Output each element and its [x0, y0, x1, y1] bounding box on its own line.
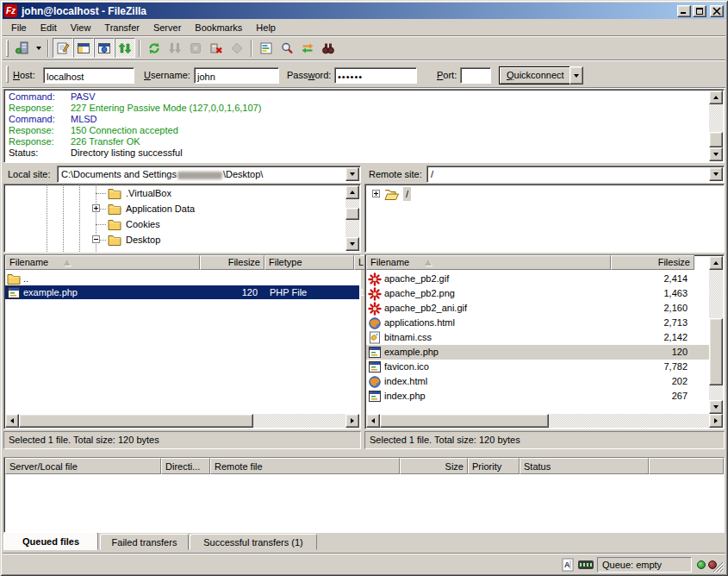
scroll-down-button[interactable] — [709, 400, 723, 414]
refresh-button[interactable] — [144, 38, 165, 58]
file-size: 202 — [611, 374, 688, 388]
host-input[interactable] — [43, 67, 134, 84]
scroll-up-button[interactable] — [709, 256, 723, 270]
file-row[interactable]: favicon.ico7,782 — [366, 360, 709, 374]
scroll-up-button[interactable] — [709, 91, 723, 104]
sort-ascending-icon — [64, 260, 71, 266]
column-header-filetype[interactable]: Filetype — [264, 255, 354, 270]
remote-site-combo[interactable]: / — [426, 166, 725, 183]
file-row[interactable]: apache_pb2.png1,463 — [366, 286, 709, 301]
tree-item[interactable]: Desktop — [4, 233, 332, 247]
filter-button[interactable] — [256, 38, 277, 58]
menu-bar: FileEditViewTransferServerBookmarksHelp — [3, 19, 725, 36]
quickconnect-dropdown-button[interactable] — [569, 66, 583, 85]
queue-column-directi[interactable]: Directi... — [161, 458, 210, 474]
menu-bookmarks[interactable]: Bookmarks — [188, 20, 249, 35]
tree-item[interactable]: Application Data — [4, 202, 332, 216]
scroll-right-button[interactable] — [345, 414, 359, 428]
file-row[interactable]: example.php120 — [366, 345, 709, 360]
queue-column-serverlocalfile[interactable]: Server/Local file — [5, 458, 161, 474]
scrollbar-thumb[interactable] — [709, 318, 723, 385]
queue-column-priority[interactable]: Priority — [468, 458, 520, 474]
close-button[interactable] — [710, 5, 724, 17]
remote-hscrollbar[interactable] — [366, 414, 723, 428]
toolbar-gripper[interactable] — [6, 40, 9, 57]
resize-grip[interactable] — [712, 561, 724, 573]
password-label: Password: — [287, 69, 331, 81]
menu-transfer[interactable]: Transfer — [97, 20, 146, 35]
quickbar-gripper[interactable] — [6, 66, 9, 83]
local-site-combo[interactable]: C:\Documents and Settings\Desktop\ — [57, 166, 361, 183]
scroll-right-button[interactable] — [709, 414, 723, 428]
combo-dropdown-button[interactable] — [709, 167, 723, 181]
collapse-icon[interactable] — [92, 235, 100, 243]
expand-icon[interactable] — [92, 204, 100, 212]
queue-column-size[interactable]: Size — [400, 458, 468, 474]
file-row[interactable]: bitnami.css2,142 — [366, 330, 709, 345]
file-size: 2,713 — [611, 316, 688, 329]
scrollbar-thumb[interactable] — [380, 414, 549, 428]
expand-icon[interactable] — [372, 190, 380, 197]
tab-failed-transfers[interactable]: Failed transfers — [100, 534, 189, 550]
transfer-queue: Server/Local fileDirecti...Remote fileSi… — [3, 457, 725, 533]
local-tree-scrollbar[interactable] — [345, 185, 359, 251]
file-row[interactable]: index.php267 — [366, 389, 709, 404]
scrollbar-thumb[interactable] — [709, 132, 723, 147]
tab-queued-files[interactable]: Queued files — [3, 532, 98, 550]
local-hscrollbar[interactable] — [5, 414, 359, 428]
tree-item[interactable]: / — [365, 187, 693, 201]
find-button[interactable] — [318, 38, 339, 58]
scroll-up-button[interactable] — [345, 185, 359, 199]
folder-icon — [108, 234, 121, 246]
menu-server[interactable]: Server — [146, 20, 188, 35]
image-file-icon — [368, 302, 382, 314]
username-input[interactable] — [194, 67, 279, 84]
column-header-filesize[interactable]: Filesize — [611, 255, 694, 270]
tab-successful-transfers[interactable]: Successful transfers (1) — [190, 534, 317, 550]
toggle-message-log-button[interactable] — [53, 38, 73, 58]
site-manager-dropdown-button[interactable] — [33, 38, 44, 58]
queue-column-remotefile[interactable]: Remote file — [210, 458, 400, 474]
file-row[interactable]: apache_pb2.gif2,414 — [366, 272, 709, 286]
minimize-button[interactable] — [677, 5, 691, 17]
column-header-filename[interactable]: Filename — [5, 255, 200, 270]
disconnect-button[interactable] — [206, 38, 227, 58]
queue-column-status[interactable]: Status — [520, 458, 649, 474]
file-row[interactable]: apache_pb2_ani.gif2,160 — [366, 301, 709, 316]
file-row[interactable]: applications.html2,713 — [366, 316, 709, 330]
quickconnect-button[interactable]: Quickconnect — [499, 66, 572, 85]
scroll-down-button[interactable] — [709, 147, 723, 161]
tree-item[interactable]: .VirtualBox — [4, 186, 332, 200]
column-header-filename[interactable]: Filename — [366, 255, 611, 270]
quickconnect-bar: Host: Username: Password: Port: Quickcon… — [3, 61, 725, 87]
port-input[interactable] — [460, 67, 491, 84]
log-scrollbar[interactable] — [709, 91, 723, 161]
password-input[interactable] — [334, 67, 417, 84]
menu-edit[interactable]: Edit — [34, 20, 64, 35]
log-text: PASV — [71, 91, 96, 103]
menu-help[interactable]: Help — [249, 20, 283, 35]
scroll-down-button[interactable] — [345, 237, 359, 251]
scrollbar-thumb[interactable] — [345, 208, 359, 220]
site-manager-button[interactable] — [12, 38, 33, 58]
file-row[interactable]: example.php120PHP File1 — [5, 285, 359, 299]
menu-view[interactable]: View — [64, 20, 98, 35]
disconnect-icon — [209, 41, 223, 55]
column-header-filesize[interactable]: Filesize — [200, 255, 264, 270]
toggle-local-tree-button[interactable] — [73, 38, 94, 58]
remote-vscrollbar[interactable] — [709, 256, 723, 414]
tree-item[interactable]: Cookies — [4, 217, 332, 231]
toggle-transfer-queue-button[interactable] — [115, 38, 135, 58]
file-row[interactable]: index.html202 — [366, 374, 709, 389]
scroll-left-button[interactable] — [366, 414, 380, 428]
maximize-button[interactable] — [693, 5, 706, 17]
combo-dropdown-button[interactable] — [345, 167, 359, 181]
scrollbar-thumb[interactable] — [19, 414, 253, 428]
sync-browsing-button[interactable] — [297, 38, 318, 58]
compare-button[interactable] — [277, 38, 297, 58]
menu-file[interactable]: File — [4, 20, 34, 35]
html-file-icon — [368, 375, 382, 387]
file-row[interactable]: .. — [5, 272, 359, 285]
scroll-left-button[interactable] — [5, 414, 19, 428]
toggle-remote-tree-button[interactable] — [94, 38, 115, 58]
